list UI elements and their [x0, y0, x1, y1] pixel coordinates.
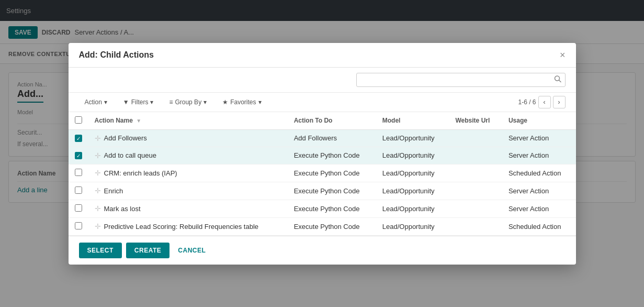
modal-close-button[interactable]: ×	[560, 50, 566, 60]
checked-checkbox[interactable]	[75, 135, 82, 142]
row-usage: Server Action	[502, 200, 576, 217]
table-header: Action Name ▼ Action To Do Model Website…	[69, 112, 576, 130]
modal-dialog: Add: Child Actions × Action ▾	[69, 43, 576, 265]
row-website-url	[449, 200, 502, 217]
action-label: Action	[85, 98, 102, 106]
drag-handle-icon[interactable]: ✛	[95, 222, 101, 231]
modal-overlay: Add: Child Actions × Action ▾	[0, 0, 644, 307]
favorites-chevron-icon: ▾	[258, 98, 262, 106]
drag-handle-icon[interactable]: ✛	[95, 169, 101, 177]
th-model: Model	[376, 112, 449, 130]
search-icon	[554, 75, 561, 83]
search-box	[356, 73, 566, 87]
table-row: ✛Predictive Lead Scoring: Rebuild Freque…	[69, 217, 576, 235]
filters-dropdown-button[interactable]: ▼ Filters ▾	[117, 96, 160, 108]
search-input[interactable]	[356, 73, 566, 87]
modal-title: Add: Child Actions	[79, 50, 154, 60]
favorites-dropdown-button[interactable]: ★ Favorites ▾	[217, 96, 267, 108]
th-action-name: Action Name ▼	[88, 112, 288, 130]
sort-icon: ▼	[136, 118, 141, 124]
pager: 1-6 / 6 ‹ ›	[518, 96, 565, 108]
filters-label: Filters	[131, 98, 149, 106]
favorites-label: Favorites	[230, 98, 256, 106]
actions-table: Action Name ▼ Action To Do Model Website…	[69, 112, 576, 236]
row-model: Lead/Opportunity	[376, 200, 449, 217]
row-website-url	[449, 164, 502, 182]
row-checkbox[interactable]	[75, 187, 82, 194]
checked-checkbox[interactable]	[75, 152, 82, 159]
row-action-to-do: Execute Python Code	[288, 217, 376, 235]
row-action-name: ✛Add Followers	[88, 129, 288, 147]
row-website-url	[449, 147, 502, 164]
row-model: Lead/Opportunity	[376, 217, 449, 235]
row-checkbox-cell	[69, 147, 88, 164]
row-action-to-do: Execute Python Code	[288, 200, 376, 217]
row-action-to-do: Execute Python Code	[288, 182, 376, 200]
drag-handle-icon[interactable]: ✛	[95, 134, 101, 142]
modal-footer: SELECT CREATE CANCEL	[69, 236, 576, 265]
pager-next-button[interactable]: ›	[553, 96, 566, 108]
modal-toolbar-row1	[69, 68, 576, 93]
row-usage: Server Action	[502, 129, 576, 147]
group-by-icon: ≡	[169, 98, 173, 106]
select-all-checkbox[interactable]	[75, 116, 82, 124]
row-action-name: ✛Add to call queue	[88, 147, 288, 164]
modal-header: Add: Child Actions ×	[69, 43, 576, 68]
row-usage: Scheduled Action	[502, 164, 576, 182]
drag-handle-icon[interactable]: ✛	[95, 204, 101, 213]
row-usage: Server Action	[502, 147, 576, 164]
group-by-label: Group By	[175, 98, 201, 106]
select-all-header	[69, 112, 88, 130]
row-checkbox[interactable]	[75, 222, 82, 229]
drag-handle-icon[interactable]: ✛	[95, 187, 101, 195]
row-action-name: ✛CRM: enrich leads (IAP)	[88, 164, 288, 182]
row-usage: Server Action	[502, 182, 576, 200]
action-dropdown-button[interactable]: Action ▾	[79, 96, 113, 108]
row-checkbox-cell	[69, 129, 88, 147]
select-button[interactable]: SELECT	[79, 243, 122, 258]
row-website-url	[449, 129, 502, 147]
th-website-url: Website Url	[449, 112, 502, 130]
row-website-url	[449, 217, 502, 235]
row-action-to-do: Execute Python Code	[288, 164, 376, 182]
search-icon-button[interactable]	[554, 75, 561, 84]
th-action-to-do: Action To Do	[288, 112, 376, 130]
create-button[interactable]: CREATE	[126, 243, 170, 258]
row-action-name: ✛Mark as lost	[88, 200, 288, 217]
row-checkbox-cell	[69, 217, 88, 235]
star-icon: ★	[222, 98, 228, 106]
filters-chevron-icon: ▾	[150, 98, 153, 106]
table-row: ✛CRM: enrich leads (IAP)Execute Python C…	[69, 164, 576, 182]
row-usage: Scheduled Action	[502, 217, 576, 235]
table-row: ✛Add to call queueExecute Python CodeLea…	[69, 147, 576, 164]
row-model: Lead/Opportunity	[376, 129, 449, 147]
row-action-to-do: Add Followers	[288, 129, 376, 147]
row-checkbox-cell	[69, 182, 88, 200]
th-usage: Usage	[502, 112, 576, 130]
drag-handle-icon[interactable]: ✛	[95, 151, 101, 160]
row-checkbox-cell	[69, 200, 88, 217]
svg-line-1	[559, 80, 561, 82]
modal-toolbar-row2: Action ▾ ▼ Filters ▾ ≡ Group By ▾ ★ Favo…	[69, 93, 576, 112]
table-row: ✛EnrichExecute Python CodeLead/Opportuni…	[69, 182, 576, 200]
action-chevron-icon: ▾	[104, 98, 107, 106]
row-website-url	[449, 182, 502, 200]
row-checkbox[interactable]	[75, 204, 82, 212]
table-body: ✛Add FollowersAdd FollowersLead/Opportun…	[69, 129, 576, 235]
row-checkbox[interactable]	[75, 169, 82, 176]
row-model: Lead/Opportunity	[376, 147, 449, 164]
group-by-dropdown-button[interactable]: ≡ Group By ▾	[163, 96, 212, 108]
group-by-chevron-icon: ▾	[204, 98, 207, 106]
table-row: ✛Add FollowersAdd FollowersLead/Opportun…	[69, 129, 576, 147]
row-model: Lead/Opportunity	[376, 182, 449, 200]
modal-table: Action Name ▼ Action To Do Model Website…	[69, 112, 576, 236]
row-action-name: ✛Predictive Lead Scoring: Rebuild Freque…	[88, 217, 288, 235]
table-row: ✛Mark as lostExecute Python CodeLead/Opp…	[69, 200, 576, 217]
row-action-name: ✛Enrich	[88, 182, 288, 200]
toolbar-filters-group: Action ▾ ▼ Filters ▾ ≡ Group By ▾ ★ Favo…	[79, 96, 267, 108]
row-action-to-do: Execute Python Code	[288, 147, 376, 164]
pager-prev-button[interactable]: ‹	[538, 96, 551, 108]
row-model: Lead/Opportunity	[376, 164, 449, 182]
pager-text: 1-6 / 6	[518, 98, 536, 106]
cancel-button[interactable]: CANCEL	[174, 243, 210, 258]
